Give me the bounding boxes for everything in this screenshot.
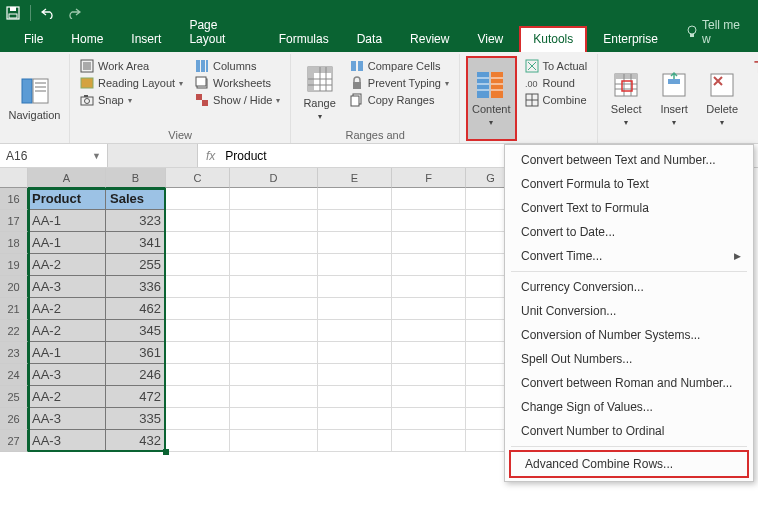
menu-item[interactable]: Convert between Text and Number... (507, 148, 751, 172)
cell[interactable] (166, 386, 230, 408)
to-actual-button[interactable]: To Actual (521, 58, 592, 74)
cell[interactable] (230, 298, 318, 320)
cell[interactable]: AA-2 (28, 254, 106, 276)
reading-layout-button[interactable]: Reading Layout ▾ (76, 75, 187, 91)
cell[interactable] (392, 276, 466, 298)
text-button[interactable]: T (750, 58, 758, 78)
cell[interactable] (230, 408, 318, 430)
worksheets-button[interactable]: Worksheets (191, 75, 284, 91)
navigation-button[interactable]: Navigation (3, 56, 67, 141)
menu-item[interactable]: Convert to Date... (507, 220, 751, 244)
menu-item[interactable]: Conversion of Number Systems... (507, 323, 751, 347)
cell[interactable] (392, 364, 466, 386)
menu-item[interactable]: Advanced Combine Rows... (509, 450, 749, 478)
tab-data[interactable]: Data (345, 28, 394, 52)
cell[interactable] (392, 430, 466, 452)
row-header[interactable]: 23 (0, 342, 28, 364)
row-header[interactable]: 20 (0, 276, 28, 298)
cell[interactable] (318, 386, 392, 408)
menu-item[interactable]: Spell Out Numbers... (507, 347, 751, 371)
tab-review[interactable]: Review (398, 28, 461, 52)
tab-formulas[interactable]: Formulas (267, 28, 341, 52)
column-header-C[interactable]: C (166, 168, 230, 188)
fx-icon[interactable]: fx (206, 149, 215, 163)
cell[interactable]: AA-2 (28, 320, 106, 342)
round-button[interactable]: .00Round (521, 75, 592, 91)
cell[interactable] (166, 276, 230, 298)
cell[interactable] (166, 210, 230, 232)
copy-ranges-button[interactable]: Copy Ranges (346, 92, 453, 108)
save-icon[interactable] (4, 4, 22, 22)
cell[interactable]: 462 (106, 298, 166, 320)
menu-item[interactable]: Convert Time...▶ (507, 244, 751, 268)
delete-button[interactable]: Delete▾ (700, 56, 744, 141)
cell[interactable]: 255 (106, 254, 166, 276)
row-header[interactable]: 27 (0, 430, 28, 452)
cell[interactable] (392, 210, 466, 232)
cell[interactable] (318, 364, 392, 386)
cell[interactable]: 336 (106, 276, 166, 298)
cell[interactable]: AA-1 (28, 210, 106, 232)
cell[interactable] (166, 254, 230, 276)
cell[interactable] (166, 320, 230, 342)
cell[interactable] (230, 320, 318, 342)
redo-icon[interactable] (65, 4, 83, 22)
column-header-B[interactable]: B (106, 168, 166, 188)
menu-item[interactable]: Unit Conversion... (507, 299, 751, 323)
columns-button[interactable]: Columns (191, 58, 284, 74)
cell[interactable] (392, 188, 466, 210)
cell[interactable]: AA-3 (28, 276, 106, 298)
chevron-down-icon[interactable]: ▼ (92, 151, 101, 161)
column-header-F[interactable]: F (392, 168, 466, 188)
tab-insert[interactable]: Insert (119, 28, 173, 52)
row-header[interactable]: 21 (0, 298, 28, 320)
tab-enterprise[interactable]: Enterprise (591, 28, 670, 52)
cell[interactable] (318, 342, 392, 364)
cell[interactable]: 361 (106, 342, 166, 364)
cell[interactable] (230, 210, 318, 232)
row-header[interactable]: 16 (0, 188, 28, 210)
cell[interactable]: 432 (106, 430, 166, 452)
undo-icon[interactable] (39, 4, 57, 22)
cell[interactable] (230, 342, 318, 364)
cell[interactable] (230, 188, 318, 210)
cell[interactable]: AA-3 (28, 364, 106, 386)
cell[interactable] (166, 188, 230, 210)
cell[interactable]: AA-1 (28, 232, 106, 254)
cell[interactable] (318, 254, 392, 276)
column-header-D[interactable]: D (230, 168, 318, 188)
column-header-A[interactable]: A (28, 168, 106, 188)
cell[interactable]: 341 (106, 232, 166, 254)
cell[interactable] (392, 342, 466, 364)
menu-item[interactable]: Currency Conversion... (507, 275, 751, 299)
row-header[interactable]: 17 (0, 210, 28, 232)
prevent-typing-button[interactable]: Prevent Typing ▾ (346, 75, 453, 91)
cell[interactable]: AA-3 (28, 430, 106, 452)
cell[interactable]: Sales (106, 188, 166, 210)
cell[interactable]: AA-2 (28, 386, 106, 408)
cell[interactable] (230, 254, 318, 276)
cell[interactable] (318, 320, 392, 342)
select-all-corner[interactable] (0, 168, 28, 188)
cell[interactable] (392, 386, 466, 408)
cell[interactable] (230, 364, 318, 386)
insert-button[interactable]: Insert▾ (652, 56, 696, 141)
row-header[interactable]: 18 (0, 232, 28, 254)
cell[interactable] (318, 210, 392, 232)
cell[interactable] (166, 298, 230, 320)
cell[interactable]: 472 (106, 386, 166, 408)
tab-file[interactable]: File (12, 28, 55, 52)
combine-button[interactable]: Combine (521, 92, 592, 108)
name-box[interactable]: A16 ▼ (0, 144, 108, 167)
cell[interactable] (318, 188, 392, 210)
cell[interactable] (318, 430, 392, 452)
cell[interactable] (230, 430, 318, 452)
cell[interactable]: 323 (106, 210, 166, 232)
cell[interactable]: 246 (106, 364, 166, 386)
cell[interactable]: AA-3 (28, 408, 106, 430)
tab-page-layout[interactable]: Page Layout (177, 14, 262, 52)
menu-item[interactable]: Convert between Roman and Number... (507, 371, 751, 395)
cell[interactable] (166, 342, 230, 364)
row-header[interactable]: 26 (0, 408, 28, 430)
tell-me[interactable]: Tell me w (674, 14, 758, 52)
